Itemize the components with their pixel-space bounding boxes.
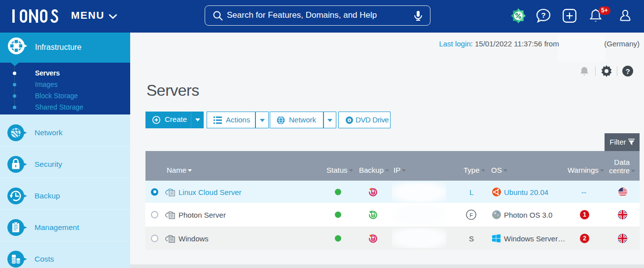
- svg-text:?: ?: [541, 11, 545, 19]
- svg-text:F: F: [469, 212, 473, 218]
- svg-text:?: ?: [625, 67, 630, 76]
